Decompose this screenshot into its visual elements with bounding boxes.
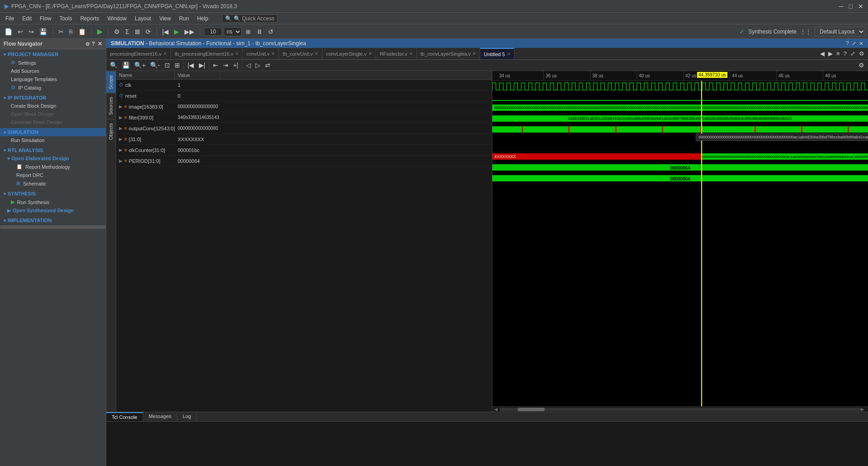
nav-run-simulation[interactable]: Run Simulation xyxy=(0,136,106,144)
tab-tb-convlayer[interactable]: tb_convLayerSinglea.v ✕ xyxy=(417,48,480,59)
sim-close-button[interactable]: ✕ xyxy=(859,40,863,47)
bottom-tab-tcl[interactable]: Tcl Console xyxy=(106,412,143,421)
nav-report-drc[interactable]: Report DRC xyxy=(0,171,106,179)
waveform-hscroll-track[interactable] xyxy=(500,408,861,411)
wave-zoom-sel-button[interactable]: ⊞ xyxy=(173,61,182,70)
nav-open-elaborated-design[interactable]: ▾ Open Elaborated Design xyxy=(0,154,106,162)
copy-button[interactable]: ⎘ xyxy=(67,27,75,36)
reset-sim-button[interactable]: ↺ xyxy=(266,27,275,36)
nav-pin-icon[interactable]: ⎊ xyxy=(86,41,89,47)
project-manager-header[interactable]: ▾ PROJECT MANAGER xyxy=(0,50,106,58)
run-button[interactable]: ▶ xyxy=(95,26,104,37)
nav-add-sources[interactable]: Add Sources xyxy=(0,67,106,75)
outputconv-expand-icon[interactable]: ▶ xyxy=(119,126,123,131)
tab-convlayer[interactable]: convLayerSingle.v ✕ xyxy=(322,48,376,59)
tab-untitled5-close[interactable]: ✕ xyxy=(507,52,510,57)
wave-swap-button[interactable]: ⇄ xyxy=(263,61,272,70)
nav-open-synthesized-design[interactable]: ▶ Open Synthesized Design xyxy=(0,206,106,214)
wave-zoom-fit-button[interactable]: ⊡ xyxy=(163,61,172,70)
tab-rfselector-close[interactable]: ✕ xyxy=(409,51,413,56)
nav-close-icon[interactable]: ✕ xyxy=(98,41,102,47)
menu-tools[interactable]: Tools xyxy=(56,14,75,23)
scroll-left-arrow[interactable]: ◀ xyxy=(494,407,500,412)
bottom-tab-log[interactable]: Log xyxy=(177,412,197,421)
restrict-button[interactable]: ⊠ xyxy=(133,27,142,36)
tab-next-button[interactable]: ▶ xyxy=(826,50,835,57)
tab-untitled5[interactable]: Untitled 5 ✕ xyxy=(480,48,514,59)
wave-goto-end-button[interactable]: ▶| xyxy=(197,61,208,70)
menu-help[interactable]: Help xyxy=(193,14,212,23)
wave-cursor-next-button[interactable]: ⇥ xyxy=(221,61,230,70)
wave-next-event-button[interactable]: ▷ xyxy=(254,61,262,70)
new-button[interactable]: 📄 xyxy=(3,27,14,36)
minimize-button[interactable]: ─ xyxy=(839,3,844,10)
nav-language-templates[interactable]: Language Templates xyxy=(0,75,106,83)
save-button[interactable]: 💾 xyxy=(38,27,49,36)
sim-step-button[interactable]: ▶▶ xyxy=(183,27,196,36)
signal-row-filter[interactable]: ▶ ≡ filter[399:0] 346b33f8314635143 xyxy=(116,112,492,123)
side-tab-sources[interactable]: Sources xyxy=(106,93,116,119)
nav-run-synthesis[interactable]: ▶ Run Synthesis xyxy=(0,198,106,206)
sim-restart-button[interactable]: |◀ xyxy=(160,27,171,36)
wave-search-button[interactable]: 🔍 xyxy=(108,61,119,70)
bottom-tab-messages[interactable]: Messages xyxy=(143,412,177,421)
reload-button[interactable]: ⟳ xyxy=(144,27,153,36)
nav-schematic[interactable]: ⊞ Schematic xyxy=(0,179,106,188)
menu-reports[interactable]: Reports xyxy=(76,14,103,23)
pause-button[interactable]: ⏸ xyxy=(255,27,264,36)
image-expand-icon[interactable]: ▶ xyxy=(119,104,123,109)
paste-button[interactable]: 📋 xyxy=(76,27,88,36)
tab-settings-button[interactable]: ⚙ xyxy=(857,50,866,57)
quick-access-bar[interactable]: 🔍 🔍 Quick Access xyxy=(222,14,278,23)
time-value-input[interactable] xyxy=(204,28,222,36)
signal-row-clk[interactable]: ⏱ clk 1 xyxy=(116,80,492,90)
maximize-button[interactable]: □ xyxy=(849,3,853,10)
nav-ip-catalog[interactable]: ⚙ IP Catalog xyxy=(0,83,106,92)
menu-view[interactable]: View xyxy=(156,14,175,23)
sim-help-button[interactable]: ? xyxy=(846,40,849,47)
nav-create-block-design[interactable]: Create Block Design xyxy=(0,102,106,110)
signal-row-31-0[interactable]: ▶ ≡ [31:0] XXXXXXXX xyxy=(116,134,492,145)
signal-row-image[interactable]: ▶ ≡ image[16383:0] 0000000000000000 xyxy=(116,101,492,112)
period-expand-icon[interactable]: ▶ xyxy=(119,158,123,163)
menu-edit[interactable]: Edit xyxy=(19,14,35,23)
sim-play-button[interactable]: ▶ xyxy=(172,27,181,36)
settings-button[interactable]: ⚙ xyxy=(112,27,122,36)
synthesis-header[interactable]: ▾ SYNTHESIS xyxy=(0,190,106,198)
wave-prev-event-button[interactable]: ◁ xyxy=(244,61,253,70)
wave-marker-add-button[interactable]: +| xyxy=(231,61,240,70)
time-unit-select[interactable]: ns us ms xyxy=(224,27,242,36)
close-button[interactable]: ✕ xyxy=(858,3,863,10)
tab-convunit-close[interactable]: ✕ xyxy=(271,51,275,56)
nav-settings[interactable]: ⚙ Settings xyxy=(0,58,106,67)
tab-pe16-close[interactable]: ✕ xyxy=(163,51,167,56)
tab-prev-button[interactable]: ◀ xyxy=(818,50,826,57)
run-time-button[interactable]: ⊕ xyxy=(244,27,253,36)
tab-convlayer-close[interactable]: ✕ xyxy=(368,51,372,56)
tab-list-button[interactable]: ≡ xyxy=(835,50,842,57)
signal-row-clkcounter[interactable]: ▶ ≡ clkCounter[31:0] 000001bc xyxy=(116,145,492,156)
redo-button[interactable]: ↪ xyxy=(27,27,36,36)
tab-tb-convunit[interactable]: tb_convUnit.v ✕ xyxy=(279,48,322,59)
wave-settings-button[interactable]: ⚙ xyxy=(857,61,866,70)
side-tab-objects[interactable]: Objects xyxy=(106,119,116,143)
waveform-hscroll-thumb[interactable] xyxy=(518,408,545,411)
menu-layout[interactable]: Layout xyxy=(131,14,155,23)
nav-scroll-thumb[interactable] xyxy=(0,225,106,229)
cut-button[interactable]: ✂ xyxy=(57,27,66,36)
tab-tb-pe16-close[interactable]: ✕ xyxy=(235,51,239,56)
filter-expand-icon[interactable]: ▶ xyxy=(119,115,123,120)
31-0-expand-icon[interactable]: ▶ xyxy=(119,137,123,142)
implementation-header[interactable]: ▾ IMPLEMENTATION xyxy=(0,216,106,224)
nav-help-icon[interactable]: ? xyxy=(92,41,95,47)
nav-report-methodology[interactable]: 📋 Report Methodology xyxy=(0,162,106,171)
clkcounter-expand-icon[interactable]: ▶ xyxy=(119,147,123,152)
signal-row-period[interactable]: ▶ ≡ PERIOD[31:0] 00000064 xyxy=(116,156,492,166)
menu-file[interactable]: File xyxy=(2,14,18,23)
wave-zoom-out-button[interactable]: 🔍- xyxy=(148,61,162,70)
rtl-analysis-header[interactable]: ▾ RTL ANALYSIS xyxy=(0,146,106,154)
menu-flow[interactable]: Flow xyxy=(36,14,55,23)
sum-button[interactable]: Σ xyxy=(123,27,131,36)
scroll-right-arrow[interactable]: ▶ xyxy=(861,407,866,412)
tab-tb-convunit-close[interactable]: ✕ xyxy=(315,51,318,56)
